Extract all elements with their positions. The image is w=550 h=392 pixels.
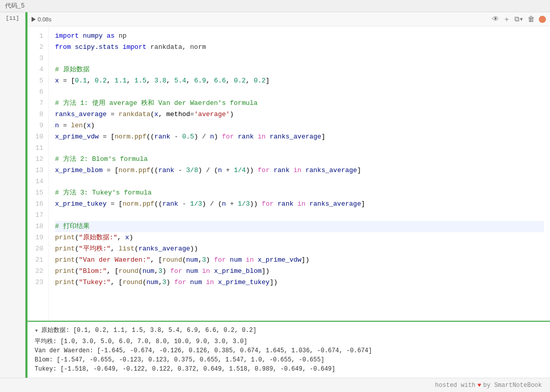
line-num-11: 11 [28,143,48,154]
line-num-1: 1 [28,31,48,42]
code-line-6 [55,87,544,98]
output-line-3: Van der Waerden: [-1.645, -0.674, -0.126… [35,346,543,355]
output-line-2: 平均秩: [1.0, 3.0, 5.0, 6.0, 7.0, 8.0, 10.0… [35,337,543,346]
code-area: 1 2 3 4 5 6 7 8 9 10 11 12 13 14 15 16 1… [28,26,550,321]
code-line-18: # 打印结果 [55,221,544,232]
line-num-14: 14 [28,176,48,187]
code-line-8: ranks_average = rankdata(x, method='aver… [55,109,544,120]
line-num-21: 21 [28,255,48,266]
code-line-14 [55,176,544,187]
copy-dropdown-icon[interactable]: ⧉▾ [514,16,524,23]
line-num-3: 3 [28,53,48,64]
heart-icon: ♥ [478,382,481,389]
line-num-10: 10 [28,131,48,143]
line-num-20: 20 [28,243,48,255]
line-num-16: 16 [28,199,48,210]
eye-icon[interactable]: 👁 [492,16,499,23]
line-num-22: 22 [28,266,48,277]
line-num-17: 17 [28,210,48,221]
cell-indicator: [11] [4,14,21,22]
line-num-4: 4 [28,64,48,75]
toolbar-icons: 👁 ＋ ⧉▾ 🗑 [492,16,546,23]
line-num-15: 15 [28,187,48,199]
code-line-11 [55,143,544,154]
line-num-8: 8 [28,109,48,120]
code-line-21: print("Van der Waerden:", [round(num,3) … [55,255,544,266]
line-num-23: 23 [28,277,48,288]
code-line-7: # 方法 1: 使用 average 秩和 Van der Waerden's … [55,98,544,109]
line-num-18: 18 [28,221,48,232]
trash-icon[interactable]: 🗑 [528,16,535,23]
code-line-16: x_prime_tukey = [norm.ppf((rank - 1/3) /… [55,199,544,210]
status-dot [539,16,546,23]
code-line-15: # 方法 3: Tukey's formula [55,187,544,199]
add-icon[interactable]: ＋ [503,16,510,23]
output-line-first: 原始数据: [0.1, 0.2, 1.1, 1.5, 3.8, 5.4, 6.9… [41,326,256,335]
code-line-19: print("原始数据:", x) [55,232,544,243]
code-line-3 [55,53,544,64]
line-num-13: 13 [28,165,48,176]
code-content[interactable]: import numpy as np from scipy.stats impo… [49,26,550,321]
line-num-9: 9 [28,120,48,131]
line-num-12: 12 [28,154,48,165]
line-num-19: 19 [28,232,48,243]
code-line-20: print("平均秩:", list(ranks_average)) [55,243,544,255]
footer-by: by SmartNoteBook [483,382,542,389]
runtime-label: 0.08s [38,16,51,22]
run-button[interactable]: 0.08s [32,16,51,22]
notebook-title: 代码_5 [5,2,24,10]
code-line-23: print("Tukey:", [round(num,3) for num in… [55,277,544,288]
code-line-9: n = len(x) [55,120,544,131]
code-line-17 [55,210,544,221]
output-collapse-arrow[interactable]: ▾ [35,327,38,334]
output-line-4: Blom: [-1.547, -0.655, -0.123, 0.123, 0.… [35,355,543,365]
top-bar: 代码_5 [0,0,550,12]
line-numbers: 1 2 3 4 5 6 7 8 9 10 11 12 13 14 15 16 1… [28,26,49,321]
output-line-5: Tukey: [-1.518, -0.649, -0.122, 0.122, 0… [35,365,543,374]
footer-text: hosted with [435,382,475,389]
code-line-13: x_prime_blom = [norm.ppf((rank - 3/8) / … [55,165,544,176]
code-line-2: from scipy.stats import rankdata, norm [55,42,544,53]
code-line-12: # 方法 2: Blom's formula [55,154,544,165]
output-area: ▾ 原始数据: [0.1, 0.2, 1.1, 1.5, 3.8, 5.4, 6… [28,321,550,378]
code-line-4: # 原始数据 [55,64,544,75]
code-line-1: import numpy as np [55,31,544,42]
cell-toolbar: 0.08s 👁 ＋ ⧉▾ 🗑 [28,12,550,26]
code-line-10: x_prime_vdw = [norm.ppf((rank - 0.5) / n… [55,131,544,143]
code-line-22: print("Blom:", [round(num,3) for num in … [55,266,544,277]
line-num-6: 6 [28,87,48,98]
output-toggle[interactable]: ▾ 原始数据: [0.1, 0.2, 1.1, 1.5, 3.8, 5.4, 6… [35,326,543,335]
left-gutter: [11] [0,12,25,378]
code-line-5: x = [0.1, 0.2, 1.1, 1.5, 3.8, 5.4, 6.9, … [55,75,544,87]
line-num-2: 2 [28,42,48,53]
line-num-7: 7 [28,98,48,109]
play-icon [32,17,36,22]
line-num-5: 5 [28,75,48,87]
footer: hosted with ♥ by SmartNoteBook [0,378,550,392]
content-area: 0.08s 👁 ＋ ⧉▾ 🗑 1 2 3 4 5 6 7 8 9 [28,12,550,378]
